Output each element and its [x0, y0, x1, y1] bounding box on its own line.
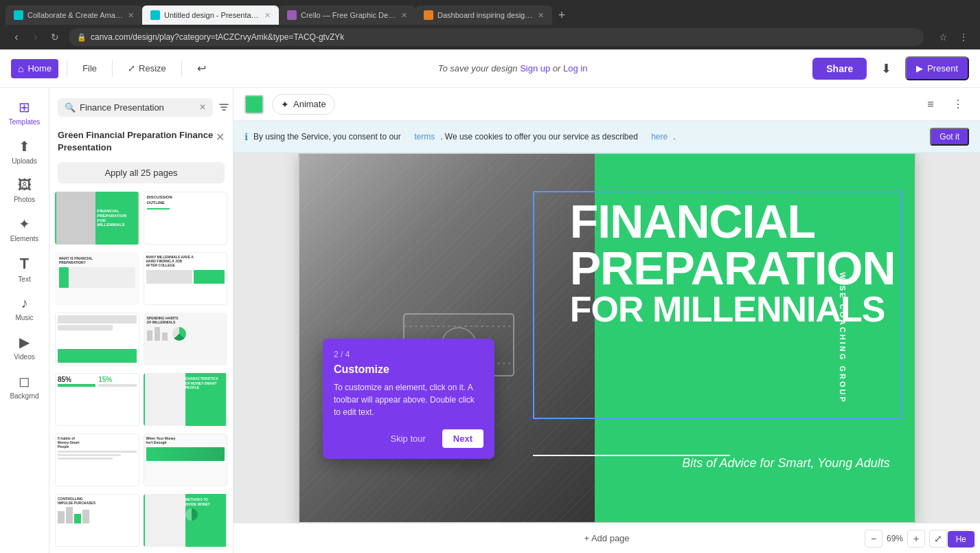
got-it-button[interactable]: Got it: [930, 128, 969, 146]
template-thumb-4[interactable]: MANY MILLENNIALS HAVE AHARD FINDING A JO…: [144, 252, 228, 305]
new-tab-button[interactable]: +: [552, 5, 571, 25]
sign-up-link[interactable]: Sign up: [520, 63, 550, 74]
template-thumb-1[interactable]: FINANCIALPREPARATIONFOR MILLENNIALS: [55, 192, 139, 245]
more-options-icon[interactable]: ⋮: [947, 93, 969, 115]
template-thumb-9[interactable]: 5 habits ofMoney-SmartPeople: [55, 433, 139, 486]
template-thumb-5[interactable]: [55, 313, 139, 365]
tab-title-1: Collaborate & Create Amazing C...: [27, 11, 124, 19]
toolbar-divider-2: [112, 60, 113, 77]
sidebar-item-templates[interactable]: ⊞ Templates: [3, 93, 46, 131]
sidebar-item-uploads[interactable]: ⬆ Uploads: [3, 133, 46, 170]
filter-icon[interactable]: ≡: [920, 93, 942, 115]
tab-dashboard[interactable]: Dashboard inspiring designs - G... ✕: [415, 5, 552, 25]
sidebar-item-music[interactable]: ♪ Music: [3, 290, 46, 327]
tooltip-counter: 2 / 4: [334, 350, 483, 359]
animate-button[interactable]: ✦ Animate: [272, 94, 335, 115]
zoom-out-button[interactable]: −: [865, 530, 882, 548]
star-icon[interactable]: ☆: [935, 29, 951, 45]
cookie-banner: ℹ By using the Service, you consent to o…: [233, 121, 980, 153]
share-button[interactable]: Share: [812, 58, 867, 80]
browser-address-bar: ‹ › ↻ 🔒 canva.com/design/play?category=t…: [0, 25, 980, 49]
tab-icon-crello: [287, 10, 297, 20]
canvas[interactable]: $ FINANCIAL PREP: [298, 153, 916, 523]
template-thumb-12[interactable]: METHODS TODIVIDE MONEY: [144, 494, 228, 547]
tab-canva-1[interactable]: Collaborate & Create Amazing C... ✕: [5, 5, 142, 25]
music-label: Music: [15, 314, 33, 321]
template-thumb-7[interactable]: 85% 15%: [55, 373, 139, 426]
zoom-level: 69%: [887, 534, 903, 543]
subtitle-text: Bits of Advice for Smart, Young Adults: [682, 456, 889, 471]
tab-crello[interactable]: Crello — Free Graphic Design So... ✕: [279, 5, 415, 25]
tab-icon-dashboard: [424, 10, 433, 20]
tab-close-2[interactable]: ✕: [264, 11, 271, 20]
next-button[interactable]: Next: [442, 429, 483, 448]
videos-icon: ▶: [19, 334, 30, 350]
canvas-area: ✦ Animate ≡ ⋮ ℹ By using the Service, yo…: [233, 88, 980, 553]
tab-canva-2[interactable]: Untitled design - Presentation (1... ✕: [142, 5, 279, 25]
templates-label: Templates: [9, 118, 41, 126]
tab-close-3[interactable]: ✕: [401, 11, 407, 20]
browser-tabs: Collaborate & Create Amazing C... ✕ Unti…: [0, 0, 980, 25]
reload-button[interactable]: ↻: [47, 29, 63, 45]
cookie-middle-text: . We use cookies to offer you our servic…: [440, 132, 638, 142]
clear-search-icon[interactable]: ✕: [199, 102, 206, 112]
panel-header: 🔍 ✕: [49, 88, 233, 124]
zoom-in-button[interactable]: +: [907, 530, 925, 548]
help-button[interactable]: He: [948, 531, 975, 548]
search-input[interactable]: [80, 102, 195, 113]
tab-close-4[interactable]: ✕: [538, 11, 544, 20]
sidebar-item-videos[interactable]: ▶ Videos: [3, 328, 46, 366]
home-label: Home: [27, 63, 52, 74]
template-thumb-10[interactable]: When Your MoneyIsn't Enough: [144, 433, 228, 486]
sidebar-item-text[interactable]: T Text: [3, 249, 46, 289]
browser-nav-buttons: ‹ › ↻: [8, 29, 63, 45]
url-bar[interactable]: 🔒 canva.com/design/play?category=tACZCrv…: [69, 28, 924, 46]
sidebar-item-elements[interactable]: ✦ Elements: [3, 210, 46, 248]
main-area: ⊞ Templates ⬆ Uploads 🖼 Photos ✦ Element…: [0, 88, 980, 553]
tab-close-1[interactable]: ✕: [128, 11, 134, 20]
here-link[interactable]: here: [651, 132, 668, 142]
templates-icon: ⊞: [19, 99, 30, 115]
template-thumb-3[interactable]: WHAT IS FINANCIALPREPARATION?: [55, 252, 139, 305]
close-panel-button[interactable]: ✕: [216, 131, 225, 144]
menu-icon[interactable]: ⋮: [955, 29, 972, 45]
tab-title-4: Dashboard inspiring designs - G...: [437, 11, 534, 19]
log-in-link[interactable]: Log in: [563, 63, 587, 74]
resize-button[interactable]: ⤢ Resize: [121, 59, 173, 78]
divider-line: [533, 455, 730, 456]
photos-icon: 🖼: [18, 177, 32, 193]
apply-all-button[interactable]: Apply all 25 pages: [58, 162, 225, 183]
filter-button[interactable]: [218, 96, 229, 118]
canvas-text-block: FINANCIAL PREPARATION FOR MILLENNIALS: [570, 198, 902, 327]
template-thumb-2[interactable]: DISCUSSIONOUTLINE: [144, 192, 228, 245]
animate-label: Animate: [293, 99, 326, 109]
template-thumb-8[interactable]: CHARACTERISTICSOF MONEY-SMARTPEOPLE: [144, 373, 228, 426]
terms-link[interactable]: terms: [414, 132, 435, 142]
add-page-button[interactable]: + Add page: [576, 529, 637, 548]
toolbar-center: To save your design Sign up or Log in: [218, 63, 807, 74]
toolbar-divider-1: [67, 60, 67, 77]
template-thumb-6[interactable]: SPENDING HABITSOF MILLENNIALS: [144, 313, 228, 365]
canvas-wrapper: $ FINANCIAL PREP: [233, 153, 980, 523]
color-swatch[interactable]: [244, 95, 264, 114]
present-button[interactable]: ▶ Present: [905, 56, 969, 80]
fit-screen-button[interactable]: ⤢: [929, 530, 947, 548]
undo-button[interactable]: ↩: [190, 58, 213, 79]
search-bar[interactable]: 🔍 ✕: [58, 98, 213, 117]
file-button[interactable]: File: [76, 59, 104, 78]
tooltip-body: To customize an element, click on it. A …: [334, 381, 483, 418]
forward-button[interactable]: ›: [27, 29, 44, 45]
present-icon: ▶: [916, 63, 923, 74]
search-icon: 🔍: [65, 102, 76, 113]
filter-right: ≡ ⋮: [920, 93, 969, 115]
skip-tour-button[interactable]: Skip tour: [381, 429, 435, 448]
home-button[interactable]: ⌂ Home: [11, 59, 58, 78]
sidebar-item-photos[interactable]: 🖼 Photos: [3, 172, 46, 209]
download-button[interactable]: ⬇: [874, 56, 898, 81]
back-button[interactable]: ‹: [8, 29, 25, 45]
sidebar-item-background[interactable]: ◻ Backgrnd: [3, 368, 46, 405]
toolbar-divider-3: [181, 60, 182, 77]
template-thumb-11[interactable]: CONTROLLINGIMPULSE PURCHASES: [55, 494, 139, 547]
music-icon: ♪: [21, 295, 28, 311]
template-title-bar: Green Financial Preparation Finance Pres…: [49, 124, 233, 159]
